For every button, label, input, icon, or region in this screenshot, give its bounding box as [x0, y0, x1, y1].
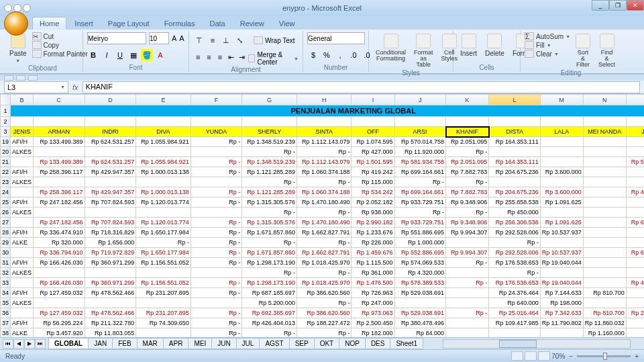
data-cell[interactable]: Rp 973.063: [352, 308, 394, 318]
row-header[interactable]: 30: [1, 248, 11, 258]
data-cell[interactable]: Rp 1.112.143.079: [297, 157, 352, 167]
row-header[interactable]: 19: [1, 137, 11, 147]
data-cell[interactable]: Rp 426.404.013: [242, 318, 297, 328]
row-header[interactable]: 20: [1, 147, 11, 157]
name-box[interactable]: L3▼: [4, 81, 68, 93]
col-header-E[interactable]: E: [136, 95, 191, 105]
row-header[interactable]: 33: [1, 278, 11, 288]
data-cell[interactable]: Rp 74.309.650: [136, 318, 191, 328]
data-cell[interactable]: Rp -: [394, 208, 446, 218]
header-cell[interactable]: YUNDA: [191, 127, 242, 137]
data-cell[interactable]: Rp -: [446, 258, 489, 268]
data-cell[interactable]: Rp 3.600.000: [540, 167, 583, 177]
tab-insert[interactable]: Insert: [68, 17, 100, 30]
header-cell[interactable]: DISTA: [489, 127, 541, 137]
col-header-D[interactable]: D: [85, 95, 136, 105]
data-cell[interactable]: AFI/H: [11, 167, 34, 177]
data-cell[interactable]: Rp 1.662.827.791: [297, 248, 352, 258]
data-cell[interactable]: [85, 177, 136, 187]
header-cell[interactable]: INDRI: [85, 127, 136, 137]
format-painter-button[interactable]: Format Painter: [32, 50, 88, 58]
data-cell[interactable]: Rp 1.055.984.921: [136, 157, 191, 167]
data-cell[interactable]: Rp 551.886.695: [394, 228, 446, 238]
sheet-tab-jan[interactable]: JAN: [88, 338, 113, 349]
data-cell[interactable]: Rp -: [191, 258, 242, 268]
data-cell[interactable]: [489, 177, 541, 187]
data-cell[interactable]: Rp 933.729.751: [394, 197, 446, 208]
data-cell[interactable]: Rp -: [191, 197, 242, 208]
col-header-B[interactable]: B: [11, 95, 34, 105]
sheet-tab-okt[interactable]: OKT: [314, 338, 340, 349]
data-cell[interactable]: Rp 419.242: [352, 167, 394, 177]
data-cell[interactable]: Rp 1.000.000: [394, 238, 446, 248]
header-cell[interactable]: MEI NANDA: [583, 127, 626, 137]
data-cell[interactable]: Rp 19.040.044: [540, 278, 583, 288]
col-header-L[interactable]: L: [489, 95, 541, 105]
data-cell[interactable]: Rp 360.971.299: [85, 278, 136, 288]
data-cell[interactable]: Rp 2.052.182: [352, 197, 394, 208]
header-cell[interactable]: KHANIF: [446, 127, 489, 137]
data-cell[interactable]: Rp 247.182.456: [34, 197, 85, 208]
sheet-nav-last[interactable]: ⏭: [35, 339, 46, 349]
data-cell[interactable]: Rp 1.120.013.774: [136, 218, 191, 228]
formula-bar[interactable]: KHANIF: [83, 81, 640, 93]
autosum-button[interactable]: ΣAutoSum▼: [525, 32, 570, 40]
tab-data[interactable]: Data: [203, 17, 231, 30]
header-cell[interactable]: ARMAN: [34, 127, 85, 137]
data-cell[interactable]: Rp 1.156.551.052: [136, 258, 191, 268]
data-cell[interactable]: [446, 288, 489, 298]
qat-undo[interactable]: [16, 75, 25, 81]
data-cell[interactable]: Rp 1.459.676: [352, 248, 394, 258]
data-cell[interactable]: Rp 1.091.625: [540, 197, 583, 208]
data-cell[interactable]: [583, 147, 626, 157]
data-cell[interactable]: Rp -: [191, 328, 242, 338]
data-cell[interactable]: Rp 1.060.374.188: [297, 167, 352, 177]
data-cell[interactable]: Rp 9.348.906: [446, 197, 489, 208]
data-cell[interactable]: [626, 197, 644, 208]
data-cell[interactable]: [540, 238, 583, 248]
data-cell[interactable]: Rp 1.233.676: [352, 228, 394, 238]
data-cell[interactable]: [540, 177, 583, 187]
data-cell[interactable]: [583, 228, 626, 238]
data-cell[interactable]: Rp 4.775.992.271: [626, 278, 644, 288]
data-cell[interactable]: Rp 1.470.180.490: [297, 218, 352, 228]
tab-page-layout[interactable]: Page Layout: [101, 17, 156, 30]
data-cell[interactable]: Rp 164.353.111: [489, 137, 541, 147]
row-header[interactable]: 22: [1, 167, 11, 177]
delete-button[interactable]: Delete: [482, 32, 507, 58]
data-cell[interactable]: Rp 360.971.299: [85, 258, 136, 268]
data-cell[interactable]: Rp 6.063.975.891: [626, 218, 644, 228]
tab-home[interactable]: Home: [32, 17, 66, 30]
data-cell[interactable]: Rp 386.620.560: [297, 288, 352, 298]
data-cell[interactable]: [11, 157, 34, 167]
row-header[interactable]: 25: [1, 197, 11, 208]
zoom-in-button[interactable]: +: [635, 353, 639, 360]
data-cell[interactable]: Rp 1.112.143.079: [297, 137, 352, 147]
data-cell[interactable]: Rp -: [191, 288, 242, 298]
data-cell[interactable]: Rp 166.426.030: [34, 278, 85, 288]
data-cell[interactable]: Rp 687.185.697: [242, 288, 297, 298]
data-cell[interactable]: Rp 1.121.285.289: [242, 167, 297, 177]
data-cell[interactable]: Rp 11.920.000: [394, 147, 446, 157]
data-cell[interactable]: Rp 1.348.519.239: [242, 157, 297, 167]
data-cell[interactable]: [583, 218, 626, 228]
data-cell[interactable]: Rp 5.200.000: [242, 298, 297, 308]
data-cell[interactable]: Rp 84.000: [394, 328, 446, 338]
data-cell[interactable]: [136, 177, 191, 187]
data-cell[interactable]: Rp 719.972.829: [85, 248, 136, 258]
data-cell[interactable]: Rp 699.164.661: [394, 167, 446, 177]
conditional-formatting-button[interactable]: Conditional Formatting: [373, 32, 409, 63]
data-cell[interactable]: [11, 218, 34, 228]
data-cell[interactable]: Rp -: [242, 147, 297, 157]
data-cell[interactable]: ALKES: [11, 177, 34, 187]
data-cell[interactable]: [34, 298, 85, 308]
data-cell[interactable]: Rp 2.051.095: [446, 137, 489, 147]
data-cell[interactable]: ALKE: [11, 238, 34, 248]
sheet-tab-jul[interactable]: JUL: [236, 338, 260, 349]
header-cell[interactable]: SHERLY: [242, 127, 297, 137]
data-cell[interactable]: Rp 1.156.551.052: [136, 278, 191, 288]
data-cell[interactable]: AFI/H: [11, 197, 34, 208]
data-cell[interactable]: Rp 810.700: [583, 288, 626, 298]
data-cell[interactable]: ALKES: [11, 298, 34, 308]
data-cell[interactable]: Rp -: [446, 208, 489, 218]
